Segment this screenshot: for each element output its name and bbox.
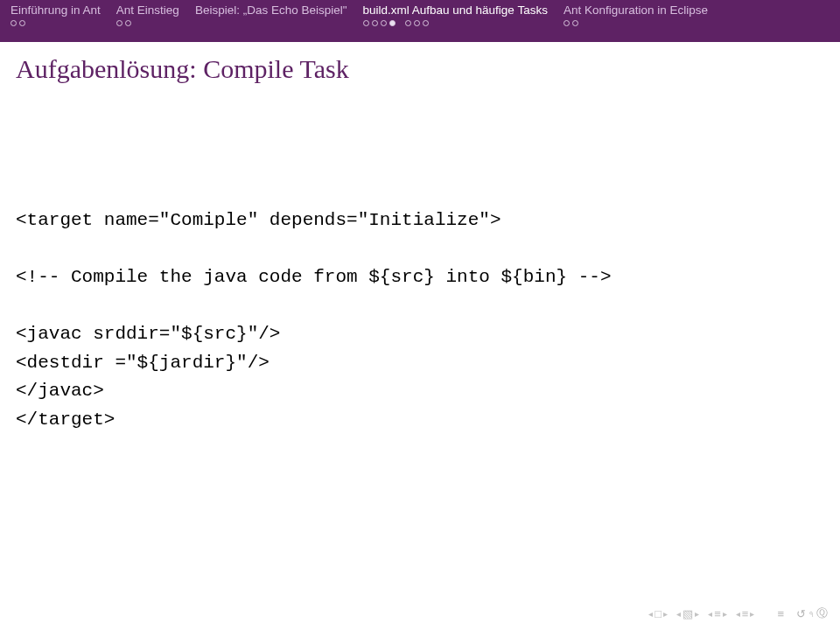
left-arrow-icon: ◂ xyxy=(736,609,740,619)
dot xyxy=(381,20,387,26)
magnify-icon: Ⓠ xyxy=(816,606,828,621)
code-line: <!-- Compile the java code from ${src} i… xyxy=(16,267,612,287)
subsec-icon: ≡ xyxy=(742,607,749,620)
nav-prev-subsection[interactable]: ◂ ≡ ▸ xyxy=(708,607,727,620)
right-arrow-icon: ▸ xyxy=(695,609,699,619)
dot xyxy=(363,20,369,26)
frame-icon: ▧ xyxy=(682,607,693,620)
dot xyxy=(405,20,411,26)
slide-icon: □ xyxy=(654,607,662,620)
code-block: <target name="Comiple" depends="Initiali… xyxy=(16,206,824,434)
nav-section-title: Beispiel: „Das Echo Beispiel" xyxy=(195,4,347,17)
subsec-icon[interactable]: ≡ xyxy=(777,607,784,620)
nav-section-echo[interactable]: Beispiel: „Das Echo Beispiel" xyxy=(195,4,347,42)
right-arrow-icon: ▸ xyxy=(663,609,668,619)
code-line: <destdir ="${jardir}"/> xyxy=(16,353,270,373)
progress-dots xyxy=(10,20,101,26)
header-sections-bar: Einführung in Ant Ant Einstieg Beispiel:… xyxy=(0,0,840,42)
progress-dots xyxy=(116,20,179,26)
right-arrow-icon: ▸ xyxy=(723,609,727,619)
nav-prev-slide[interactable]: ◂ □ ▸ xyxy=(648,607,668,620)
dot xyxy=(423,20,429,26)
refresh-icon: ↺ xyxy=(796,607,806,620)
nav-section-title: build.xml Aufbau und häufige Tasks xyxy=(363,4,548,17)
subsec-icon: ≡ xyxy=(714,607,721,620)
dot xyxy=(10,20,17,26)
beamer-nav-bar: ◂ □ ▸ ◂ ▧ ▸ ◂ ≡ ▸ ◂ ≡ ▸ ≡ ↺ ৭ Ⓠ xyxy=(648,606,828,621)
left-arrow-icon: ◂ xyxy=(648,609,653,619)
dot xyxy=(125,20,131,26)
slide-title: Aufgabenlösung: Compile Task xyxy=(0,42,840,93)
progress-dots xyxy=(363,20,548,26)
slide-content: <target name="Comiple" depends="Initiali… xyxy=(0,93,840,434)
nav-prev-frame[interactable]: ◂ ▧ ▸ xyxy=(676,607,699,620)
dot xyxy=(19,20,25,26)
dot xyxy=(572,20,578,26)
nav-section-buildxml[interactable]: build.xml Aufbau und häufige Tasks xyxy=(363,4,548,42)
nav-section-title: Ant Einstieg xyxy=(116,4,179,17)
nav-text: ৭ xyxy=(808,608,814,620)
right-arrow-icon: ▸ xyxy=(750,609,754,619)
dot xyxy=(564,20,570,26)
dot xyxy=(372,20,378,26)
nav-section-eclipse[interactable]: Ant Konfiguration in Eclipse xyxy=(564,4,708,42)
dot xyxy=(414,20,420,26)
nav-section-intro[interactable]: Einführung in Ant xyxy=(10,4,101,42)
nav-section-title: Einführung in Ant xyxy=(10,4,101,17)
code-line: <javac srddir="${src}"/> xyxy=(16,324,280,344)
nav-next-subsection[interactable]: ◂ ≡ ▸ xyxy=(736,607,755,620)
left-arrow-icon: ◂ xyxy=(708,609,712,619)
dot-current xyxy=(389,20,396,26)
nav-section-title: Ant Konfiguration in Eclipse xyxy=(564,4,708,17)
nav-refresh[interactable]: ↺ ৭ Ⓠ xyxy=(796,606,828,621)
dot xyxy=(116,20,122,26)
progress-dots xyxy=(564,20,708,26)
left-arrow-icon: ◂ xyxy=(676,609,681,619)
nav-section-einstieg[interactable]: Ant Einstieg xyxy=(116,4,179,42)
code-line: </target> xyxy=(16,410,115,430)
code-line: </javac> xyxy=(16,381,104,401)
code-line: <target name="Comiple" depends="Initiali… xyxy=(16,210,501,230)
